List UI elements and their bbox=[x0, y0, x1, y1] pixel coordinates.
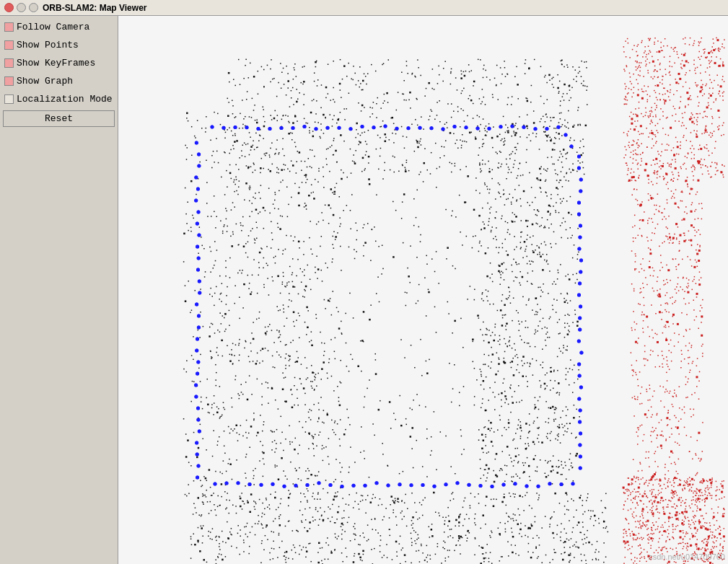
minimize-button[interactable] bbox=[17, 3, 26, 12]
show-graph-checkbox[interactable] bbox=[4, 76, 14, 86]
title-bar: ORB-SLAM2: Map Viewer bbox=[0, 0, 728, 16]
follow-camera-checkbox[interactable] bbox=[4, 22, 14, 32]
show-keyframes-label: Show KeyFrames bbox=[17, 58, 95, 69]
close-button[interactable] bbox=[4, 3, 14, 12]
map-canvas bbox=[118, 16, 728, 564]
localization-mode-checkbox[interactable] bbox=[4, 94, 14, 104]
show-keyframes-item[interactable]: Show KeyFrames bbox=[3, 55, 115, 71]
show-points-item[interactable]: Show Points bbox=[3, 37, 115, 53]
localization-mode-label: Localization Mode bbox=[17, 94, 113, 105]
window-title: ORB-SLAM2: Map Viewer bbox=[43, 3, 146, 13]
show-graph-label: Show Graph bbox=[17, 76, 73, 87]
follow-camera-item[interactable]: Follow Camera bbox=[3, 19, 115, 35]
map-viewer[interactable]: csdn.net/u014709760 bbox=[118, 16, 728, 564]
follow-camera-label: Follow Camera bbox=[17, 22, 89, 32]
show-graph-item[interactable]: Show Graph bbox=[3, 73, 115, 89]
localization-mode-item[interactable]: Localization Mode bbox=[3, 91, 115, 107]
show-points-checkbox[interactable] bbox=[4, 40, 14, 50]
maximize-button[interactable] bbox=[29, 3, 38, 12]
sidebar: Follow Camera Show Points Show KeyFrames… bbox=[0, 16, 118, 564]
reset-button[interactable]: Reset bbox=[3, 110, 115, 127]
show-keyframes-checkbox[interactable] bbox=[4, 58, 14, 68]
show-points-label: Show Points bbox=[17, 40, 79, 50]
window-controls[interactable] bbox=[4, 3, 38, 12]
